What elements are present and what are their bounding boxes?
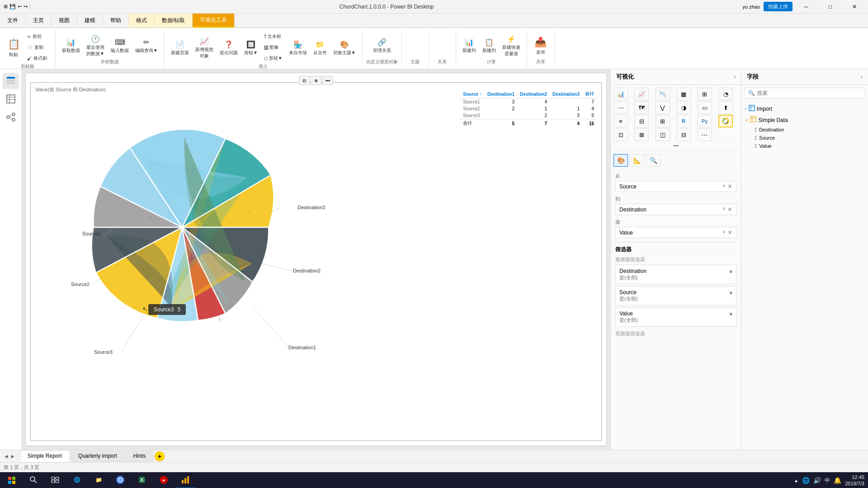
field-value[interactable]: Σ Value [753, 142, 865, 150]
maximize-btn[interactable]: □ [820, 0, 840, 14]
zoom-btn[interactable]: ⊕ [311, 76, 321, 85]
raise-question-btn[interactable]: ❓ 提出问题 [217, 37, 241, 58]
from-field-box[interactable]: Source ∨ ✕ [615, 181, 736, 192]
tab-simple-report[interactable]: Simple Report [20, 450, 70, 462]
tab-model[interactable]: 建模 [77, 14, 103, 28]
minimize-btn[interactable]: ─ [796, 0, 816, 14]
viz-more3[interactable]: ◫ [656, 128, 670, 141]
filter-destination[interactable]: Destination ∨ 是(全部) [615, 265, 736, 284]
viz-slicer[interactable]: ≡ [613, 115, 628, 127]
more-btn[interactable]: ••• [322, 76, 333, 85]
viz-map[interactable]: 🗺 [634, 101, 649, 114]
recent-btn[interactable]: 🕐 最近使用 的数据▼ [84, 32, 107, 59]
analytics-btn[interactable]: 📐 [630, 154, 644, 167]
col-dest2[interactable]: Destination2 [517, 90, 550, 99]
tray-lang-icon[interactable]: 中 [825, 477, 830, 484]
prev-tab-btn[interactable]: ◄ [4, 453, 9, 460]
taskbar-powerbi[interactable] [175, 472, 195, 488]
viz-column-chart[interactable]: ▦ [676, 88, 691, 100]
close-btn[interactable]: ✕ [844, 0, 864, 14]
paste-btn[interactable]: 📋 粘贴 [4, 35, 24, 60]
from-market-btn[interactable]: 🏪 来自市场 [286, 37, 310, 58]
quick-save[interactable]: 💾 [9, 4, 16, 9]
tab-help[interactable]: 帮助 [103, 14, 129, 28]
field-tree-import-header[interactable]: › Import [744, 103, 865, 114]
fit-page-btn[interactable]: ⊟ [299, 76, 310, 85]
viz-more2[interactable]: ⊠ [634, 128, 649, 141]
taskbar-search[interactable] [24, 472, 43, 488]
value-clear-icon[interactable]: ✕ [727, 229, 732, 236]
viz-more5[interactable]: ⋯ [698, 128, 712, 141]
value-field-box[interactable]: Value ∨ ✕ [615, 227, 736, 238]
quick-measure-btn[interactable]: ⚡ 新建快速 度量值 [500, 32, 523, 59]
viz-scatter[interactable]: ⋯ [613, 101, 628, 114]
get-data-btn[interactable]: 📊 获取数据 [59, 35, 83, 56]
collapse-fields-btn[interactable]: › [861, 74, 863, 80]
tab-view[interactable]: 视图 [52, 14, 77, 28]
taskbar-task-view[interactable] [45, 472, 65, 488]
viz-more4[interactable]: ⊟ [676, 128, 691, 141]
tab-file[interactable]: 文件 [0, 14, 26, 28]
filter-source[interactable]: Source ∨ 是(全部) [615, 286, 736, 305]
data-view-btn[interactable] [3, 91, 19, 107]
format-btn[interactable]: 🎨 [613, 154, 628, 167]
drillthrough-btn[interactable]: 🔍 [646, 154, 660, 167]
from-clear-icon[interactable]: ✕ [727, 183, 732, 190]
col-total[interactable]: 合计 [582, 90, 597, 99]
filter-value[interactable]: Value ∨ 是(全部) [615, 307, 736, 327]
viz-card[interactable]: ▭ [698, 101, 712, 114]
taskbar-clock[interactable]: 12:45 2019/7/3 [845, 474, 864, 487]
cut-btn[interactable]: ✂ 剪切 [24, 32, 52, 42]
input-data-btn[interactable]: ⌨ 输入数据 [108, 35, 132, 56]
field-source[interactable]: Σ Source [753, 134, 865, 142]
add-sheet-btn[interactable]: + [154, 451, 165, 462]
viz-more1[interactable]: ⊡ [613, 128, 628, 141]
tray-volume-icon[interactable]: 🔊 [813, 477, 821, 484]
quick-redo[interactable]: ↪ [24, 4, 28, 9]
format-painter-btn[interactable]: 🖌 格式刷 [24, 53, 52, 63]
viz-gauge[interactable]: ◑ [676, 101, 691, 114]
viz-area-chart[interactable]: 📉 [656, 88, 670, 100]
tray-notification-icon[interactable]: 🔔 [834, 477, 841, 484]
model-view-btn[interactable] [3, 109, 19, 125]
copy-btn[interactable]: 📄 复制 [24, 42, 52, 52]
tab-home[interactable]: 主页 [26, 14, 52, 28]
new-page-btn[interactable]: 📄 新建页面 [168, 37, 192, 58]
publish-btn[interactable]: 📤 发布 [531, 33, 551, 57]
viz-r-script[interactable]: R [676, 115, 691, 127]
tab-quarterly-import[interactable]: Quarterly import [71, 450, 125, 462]
to-clear-icon[interactable]: ✕ [727, 206, 732, 213]
image-btn[interactable]: 🖼图像 [261, 42, 285, 52]
viz-table[interactable]: ⊟ [634, 115, 649, 127]
from-file-btn[interactable]: 📁 从文件 [311, 37, 330, 58]
new-measure-btn[interactable]: 📊 新建列 [460, 35, 479, 56]
taskbar-chrome[interactable] [110, 472, 130, 488]
tab-format[interactable]: 格式 [129, 14, 155, 28]
viz-funnel[interactable]: ⋁ [656, 101, 670, 114]
viz-pie-chart[interactable]: ◔ [718, 88, 733, 100]
button-btn[interactable]: 🔲 按钮▼ [241, 37, 260, 58]
tab-data-extract[interactable]: 数据/钻取 [155, 14, 193, 28]
new-column-btn[interactable]: 📋 新建列 [480, 35, 499, 56]
edit-query-btn[interactable]: ✏ 编辑查询▼ [132, 35, 160, 56]
col-dest1[interactable]: Destination1 [485, 90, 517, 99]
manage-relations-btn[interactable]: 🔗 管理关系 [370, 35, 394, 56]
start-btn[interactable] [4, 472, 20, 488]
quick-undo[interactable]: ↩ [18, 4, 22, 9]
taskbar-explorer[interactable]: 📁 [89, 472, 108, 488]
field-tree-simple-data-header[interactable]: ∨ Simple Data [744, 114, 865, 126]
shapes-btn[interactable]: ⬡形状▼ [261, 53, 285, 63]
fields-search-input[interactable] [757, 90, 861, 96]
viz-line-chart[interactable]: 📈 [634, 88, 649, 100]
col-dest3[interactable]: Destination3 [550, 90, 582, 99]
viz-bar-chart[interactable]: 📊 [613, 88, 628, 100]
viz-python[interactable]: Py [698, 115, 712, 127]
viz-kpi[interactable]: ⬆ [718, 101, 733, 114]
viz-combo-chart[interactable]: ⊞ [698, 88, 712, 100]
switch-theme-btn[interactable]: 🎨 切换主题▼ [330, 37, 359, 58]
textbox-btn[interactable]: T文本框 [261, 32, 285, 42]
viz-matrix[interactable]: ⊞ [656, 115, 670, 127]
connect-btn[interactable]: 拍摄上传 [764, 2, 793, 11]
tab-hints[interactable]: Hints [126, 450, 153, 462]
new-visual-btn[interactable]: 📈 新增视觉 对象 [193, 34, 216, 61]
